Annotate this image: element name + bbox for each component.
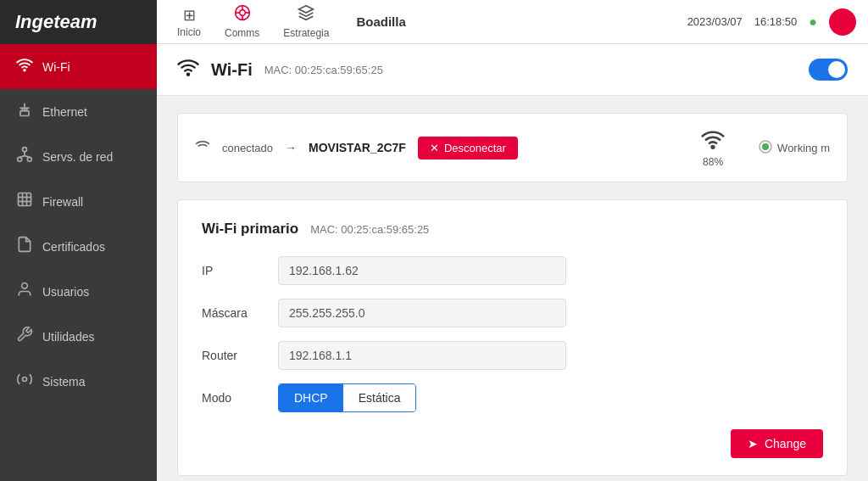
- logo: Ingeteam: [0, 0, 157, 44]
- sidebar-label-servs-red: Servs. de red: [42, 150, 113, 164]
- router-row: Router: [202, 341, 823, 370]
- svg-line-13: [25, 156, 30, 158]
- card-footer: ➤ Change: [202, 429, 823, 458]
- ip-label: IP: [202, 264, 278, 277]
- change-icon: ➤: [748, 437, 758, 450]
- sidebar-item-ethernet[interactable]: Ethernet: [0, 89, 157, 134]
- utilidades-icon: [15, 326, 34, 347]
- topbar: Ingeteam ⊞ Inicio Comms Estrategia Boadi…: [0, 0, 868, 44]
- change-label: Change: [765, 437, 806, 450]
- signal-wifi-icon: [699, 127, 726, 154]
- nav-item-comms[interactable]: Comms: [213, 1, 271, 42]
- ethernet-sidebar-icon: [15, 101, 34, 122]
- svg-point-1: [239, 10, 245, 16]
- topbar-nav: ⊞ Inicio Comms Estrategia: [157, 1, 341, 42]
- disconnect-x-icon: ✕: [430, 142, 439, 154]
- main-layout: Wi-Fi Ethernet Servs. de red Firewall Ce: [0, 44, 868, 481]
- page-title: Wi-Fi: [211, 60, 253, 80]
- sidebar-label-wifi: Wi-Fi: [42, 60, 70, 74]
- sidebar-label-utilidades: Utilidades: [42, 330, 94, 344]
- servs-red-icon: [15, 146, 34, 167]
- usuarios-icon: [15, 281, 34, 302]
- connected-label: conectado: [222, 142, 273, 154]
- inicio-icon: ⊞: [183, 6, 196, 25]
- sidebar-label-certificados: Certificados: [42, 240, 105, 254]
- svg-point-9: [18, 157, 22, 161]
- disconnect-label: Desconectar: [444, 142, 506, 154]
- working-label: Working m: [777, 142, 830, 154]
- time-label: 16:18:50: [754, 15, 798, 28]
- router-label: Router: [202, 349, 278, 362]
- mask-input[interactable]: [278, 299, 566, 327]
- topbar-right: 2023/03/07 16:18:50 ●: [687, 8, 868, 36]
- svg-point-20: [23, 378, 27, 382]
- nav-label-estrategia: Estrategia: [283, 27, 329, 39]
- change-button[interactable]: ➤ Change: [731, 429, 823, 458]
- user-avatar[interactable]: [829, 8, 856, 36]
- sidebar-item-firewall[interactable]: Firewall: [0, 179, 157, 224]
- wifi-sidebar-icon: [15, 56, 34, 77]
- nav-label-comms: Comms: [225, 27, 259, 39]
- sidebar-label-usuarios: Usuarios: [42, 285, 89, 299]
- dhcp-button[interactable]: DHCP: [279, 384, 343, 411]
- sidebar-item-usuarios[interactable]: Usuarios: [0, 269, 157, 314]
- sidebar-item-servs-red[interactable]: Servs. de red: [0, 134, 157, 179]
- sidebar-item-utilidades[interactable]: Utilidades: [0, 314, 157, 359]
- logo-text: Ingeteam: [15, 11, 97, 33]
- mode-label: Modo: [202, 391, 278, 405]
- content-body: conectado → MOVISTAR_2C7F ✕ Desconectar: [157, 96, 868, 481]
- signal-percentage: 88%: [703, 156, 723, 168]
- svg-point-21: [187, 74, 189, 76]
- wifi-primary-title: Wi-Fi primario: [202, 221, 298, 238]
- arrow-icon: →: [285, 141, 297, 154]
- mode-row: Modo DHCP Estática: [202, 383, 823, 412]
- sidebar-item-sistema[interactable]: Sistema: [0, 359, 157, 404]
- working-area: Working m: [759, 140, 830, 156]
- ssid-label: MOVISTAR_2C7F: [309, 141, 406, 154]
- svg-rect-7: [20, 111, 29, 116]
- wifi-primary-card: Wi-Fi primario MAC: 00:25:ca:59:65:25 IP…: [177, 199, 848, 476]
- comms-icon: [234, 4, 251, 25]
- wifi-card-title: Wi-Fi primario MAC: 00:25:ca:59:65:25: [202, 221, 823, 238]
- sidebar-label-firewall: Firewall: [42, 195, 83, 209]
- wifi-toggle[interactable]: [809, 59, 848, 81]
- nav-label-inicio: Inicio: [177, 26, 201, 38]
- svg-rect-14: [19, 193, 31, 206]
- sidebar: Wi-Fi Ethernet Servs. de red Firewall Ce: [0, 44, 157, 481]
- header-mac: MAC: 00:25:ca:59:65:25: [264, 64, 383, 76]
- content-header: Wi-Fi MAC: 00:25:ca:59:65:25: [157, 44, 868, 96]
- svg-point-19: [22, 283, 28, 289]
- mode-buttons: DHCP Estática: [278, 383, 416, 412]
- wifi-primary-mac: MAC: 00:25:ca:59:65:25: [310, 223, 429, 236]
- svg-point-8: [23, 148, 27, 152]
- working-circle-icon: [759, 140, 772, 156]
- wifi-header-icon: [177, 56, 199, 83]
- rss-icon: [195, 138, 210, 157]
- mask-label: Máscara: [202, 306, 278, 320]
- content-area: Wi-Fi MAC: 00:25:ca:59:65:25 conectado →…: [157, 44, 868, 481]
- sidebar-label-sistema: Sistema: [42, 375, 86, 389]
- estrategia-icon: [298, 4, 314, 25]
- svg-point-10: [27, 157, 31, 161]
- ip-input[interactable]: [278, 256, 566, 285]
- nav-item-inicio[interactable]: ⊞ Inicio: [165, 3, 213, 42]
- certificados-icon: [15, 236, 34, 257]
- nav-item-estrategia[interactable]: Estrategia: [271, 1, 341, 42]
- mask-row: Máscara: [202, 299, 823, 327]
- svg-point-6: [24, 70, 25, 71]
- svg-point-22: [712, 146, 715, 148]
- status-icon: ●: [809, 14, 817, 30]
- sistema-icon: [15, 371, 34, 392]
- date-label: 2023/03/07: [687, 15, 743, 28]
- signal-area: 88%: [699, 127, 726, 168]
- svg-line-12: [19, 156, 25, 158]
- sidebar-item-wifi[interactable]: Wi-Fi: [0, 44, 157, 89]
- static-button[interactable]: Estática: [343, 384, 416, 411]
- sidebar-item-certificados[interactable]: Certificados: [0, 224, 157, 269]
- site-name: Boadilla: [349, 14, 405, 29]
- svg-point-24: [762, 143, 769, 150]
- sidebar-label-ethernet: Ethernet: [42, 105, 87, 119]
- disconnect-button[interactable]: ✕ Desconectar: [418, 137, 518, 159]
- router-input[interactable]: [278, 341, 566, 370]
- connection-bar: conectado → MOVISTAR_2C7F ✕ Desconectar: [177, 113, 848, 182]
